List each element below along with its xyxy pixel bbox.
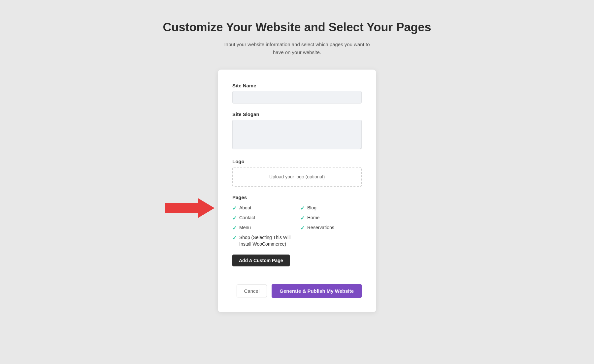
page-label-contact: Contact	[239, 215, 255, 221]
check-icon-shop: ✓	[232, 235, 237, 241]
page-label-reservations: Reservations	[307, 225, 334, 231]
page-title: Customize Your Website and Select Your P…	[163, 20, 431, 35]
page-item-reservations[interactable]: ✓ Reservations	[300, 225, 362, 231]
site-slogan-label: Site Slogan	[232, 111, 362, 117]
page-item-about[interactable]: ✓ About	[232, 205, 294, 211]
check-icon-about: ✓	[232, 205, 237, 211]
svg-marker-0	[165, 198, 214, 218]
check-icon-home: ✓	[300, 215, 305, 221]
site-slogan-field-group: Site Slogan	[232, 111, 362, 151]
add-custom-page-button[interactable]: Add A Custom Page	[232, 255, 290, 266]
logo-upload-button[interactable]: Upload your logo (optional)	[232, 167, 362, 187]
page-item-contact[interactable]: ✓ Contact	[232, 215, 294, 221]
logo-label: Logo	[232, 159, 362, 164]
check-icon-reservations: ✓	[300, 225, 305, 231]
site-name-input[interactable]	[232, 91, 362, 104]
pages-field-group: Pages ✓ About ✓ Blog ✓ Contact ✓ Home	[232, 195, 362, 276]
site-name-label: Site Name	[232, 83, 362, 88]
page-item-menu[interactable]: ✓ Menu	[232, 225, 294, 231]
cancel-button[interactable]: Cancel	[237, 285, 267, 297]
page-label-shop: Shop (Selecting This Will Install WooCom…	[239, 234, 294, 247]
site-slogan-input[interactable]	[232, 120, 362, 149]
check-icon-blog: ✓	[300, 205, 305, 211]
action-row: Cancel Generate & Publish My Website	[232, 284, 362, 298]
page-label-home: Home	[307, 215, 319, 221]
page-item-home[interactable]: ✓ Home	[300, 215, 362, 221]
logo-field-group: Logo Upload your logo (optional)	[232, 159, 362, 187]
check-icon-contact: ✓	[232, 215, 237, 221]
page-label-about: About	[239, 205, 251, 211]
form-card: Site Name Site Slogan Logo Upload your l…	[218, 70, 376, 312]
page-label-blog: Blog	[307, 205, 316, 211]
publish-button[interactable]: Generate & Publish My Website	[272, 284, 362, 298]
pages-grid: ✓ About ✓ Blog ✓ Contact ✓ Home ✓ Menu	[232, 205, 362, 247]
pages-label: Pages	[232, 195, 362, 200]
page-label-menu: Menu	[239, 225, 251, 231]
arrow-annotation	[165, 198, 214, 218]
check-icon-menu: ✓	[232, 225, 237, 231]
page-item-shop[interactable]: ✓ Shop (Selecting This Will Install WooC…	[232, 234, 294, 247]
page-subtitle: Input your website information and selec…	[221, 41, 373, 56]
page-item-blog[interactable]: ✓ Blog	[300, 205, 362, 211]
site-name-field-group: Site Name	[232, 83, 362, 104]
